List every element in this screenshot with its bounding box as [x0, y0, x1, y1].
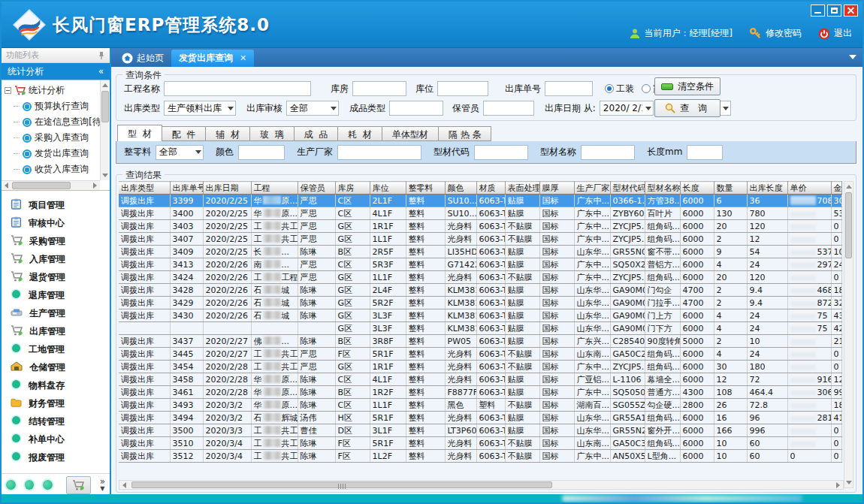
collapsed-module-icon[interactable]	[6, 480, 16, 490]
minimize-button[interactable]	[811, 5, 825, 17]
table-row[interactable]: 调拨出库34932020/3/2华原...陈琳C区1L1F整料黑色塑料不贴膜国标…	[119, 399, 841, 412]
tree-item[interactable]: 收货入库查询	[5, 161, 100, 177]
table-row[interactable]: 调拨出库34242020/2/26工工程严思G区1L1F整料光身料6063-T5…	[119, 271, 841, 284]
material-tab[interactable]: 单体型材	[382, 126, 439, 141]
table-horizontal-scrollbar[interactable]	[119, 480, 844, 490]
statistics-module-button[interactable]	[66, 476, 91, 494]
whole-part-select[interactable]: 全部	[156, 145, 204, 160]
column-header[interactable]: 库房	[335, 182, 370, 195]
column-header[interactable]: 生产厂家	[574, 182, 610, 195]
project-name-input[interactable]	[164, 81, 311, 96]
table-row[interactable]: 调拨出库34072020/2/25工共工程严思G区1L1F整料光身料6063-T…	[119, 233, 841, 246]
scroll-left-icon[interactable]	[5, 183, 8, 189]
close-button[interactable]	[844, 5, 858, 17]
table-scroll-thumb-h[interactable]	[131, 481, 552, 488]
change-password-button[interactable]: 修改密码	[749, 27, 802, 40]
column-header[interactable]: 颜色	[445, 182, 476, 195]
material-tab[interactable]: 成 品	[295, 126, 339, 141]
column-header[interactable]: 膜厚	[539, 182, 574, 195]
table-row[interactable]: 调拨出库34032020/2/25工共工程严思G区1R1F整料光身料6063-T…	[119, 220, 841, 233]
sidebar-item-物料盘存[interactable]: 物料盘存	[2, 376, 110, 394]
tree-item[interactable]: 预算执行查询	[5, 98, 100, 114]
product-type-input[interactable]	[389, 101, 443, 116]
table-row[interactable]: 调拨出库34452020/2/27工共工程严思F区5R1F整料光身料6063-T…	[119, 348, 841, 361]
tree-vertical-scrollbar[interactable]	[100, 80, 110, 180]
column-header[interactable]: 出库类型	[119, 182, 170, 195]
tree-item[interactable]: 采购入库查询	[5, 130, 100, 146]
table-row[interactable]: 调拨出库34292020/2/26石城陈琳G区5R2F整料KLM38176063…	[119, 297, 841, 309]
sidebar-item-采购管理[interactable]: 采购管理	[2, 232, 110, 250]
column-header[interactable]: 单价	[787, 182, 831, 195]
scroll-left-icon[interactable]	[122, 482, 126, 488]
table-row[interactable]: 调拨出库34132020/2/26南...严思C区5R3F整料G71422606…	[119, 258, 841, 271]
profile-code-input[interactable]	[474, 145, 528, 160]
table-row[interactable]: 调拨出库33992020/2/25华原...严思C区2L1F整料SU10...6…	[119, 195, 841, 207]
table-row[interactable]: 调拨出库34302020/2/26石城陈琳G区3L3F整料KLM38176063…	[119, 309, 841, 322]
column-header[interactable]: 整零料	[406, 182, 445, 195]
audit-select[interactable]: 全部	[286, 101, 339, 116]
more-buttons-chevron[interactable]: »▼	[100, 478, 105, 492]
sidebar-item-审核中心[interactable]: 审核中心	[2, 214, 110, 232]
material-tab[interactable]: 型 材	[117, 125, 162, 141]
length-input[interactable]	[687, 145, 723, 160]
tab-close-icon[interactable]: ✕	[240, 53, 246, 63]
tree-item[interactable]: 发货出库查询	[5, 146, 100, 161]
material-tab[interactable]: 隔 热 条	[439, 126, 492, 141]
material-tab[interactable]: 配 件	[162, 126, 207, 141]
sidebar-item-入库管理[interactable]: 入库管理	[2, 250, 110, 268]
column-header[interactable]: 材质	[476, 182, 505, 195]
sidebar-item-退库管理[interactable]: 退库管理	[2, 286, 110, 304]
table-row[interactable]: 调拨出库34282020/2/26石城陈琳G区2L4F整料KLM38176063…	[119, 284, 841, 297]
tree-scroll-thumb[interactable]	[101, 91, 109, 122]
material-tab[interactable]: 玻 璃	[250, 126, 295, 141]
tab-home[interactable]: 起始页	[114, 50, 171, 67]
sidebar-item-仓储管理[interactable]: 仓储管理	[2, 358, 110, 376]
tree-expander-icon[interactable]	[5, 87, 11, 94]
sidebar-item-项目管理[interactable]: 项目管理	[2, 196, 110, 214]
column-header[interactable]: 表面处理	[505, 182, 539, 195]
table-row[interactable]: 调拨出库34372020/2/27佛...陈琳B区3R8F整料PW056063-…	[119, 335, 841, 348]
scroll-right-icon[interactable]	[93, 183, 97, 189]
table-row[interactable]: 调拨出库34582020/2/28华原...陈琳C区4L1F整料光身料6063-…	[119, 373, 841, 386]
table-row[interactable]: 调拨出库34942020/3/2石辉城汤伟H区5R1F整料光身料6063-T5贴…	[119, 412, 841, 424]
scroll-right-icon[interactable]	[836, 482, 840, 488]
profile-name-input[interactable]	[581, 145, 635, 160]
color-input[interactable]	[238, 145, 285, 160]
column-header[interactable]: 库位	[370, 182, 406, 195]
scroll-down-icon[interactable]	[102, 174, 108, 177]
table-row[interactable]: 调拨出库34542020/2/28工共工程严思G区1R1F整料光身料6063-T…	[119, 361, 841, 373]
date-from-select[interactable]: 2020/ 2/16	[600, 101, 654, 116]
table-row[interactable]: 调拨出库34612020/2/28华原...陈琳B区1R2F整料F8877FT6…	[119, 386, 841, 399]
radio-industrial[interactable]: 工装	[605, 83, 634, 95]
table-row[interactable]: 调拨出库35102020/3/4工共工程陈琳F区5R1F整料光身料6063-T5…	[119, 437, 841, 450]
table-row[interactable]: 调拨出库34002020/2/25华原...严思C区4L1F整料SU10...6…	[119, 207, 841, 220]
slot-input[interactable]	[437, 81, 488, 96]
warehouse-input[interactable]	[352, 81, 406, 96]
collapsed-module-icon[interactable]	[25, 480, 35, 490]
tree-root-statistics[interactable]: 统计分析	[5, 83, 100, 98]
collapsed-module-icon[interactable]	[43, 480, 53, 490]
tab-list-dropdown-icon[interactable]	[849, 55, 856, 59]
sidebar-item-工地管理[interactable]: 工地管理	[2, 340, 110, 358]
table-vertical-scrollbar[interactable]	[844, 181, 853, 488]
column-header[interactable]: 金	[831, 182, 841, 195]
sidebar-item-生产管理[interactable]: 生产管理	[2, 304, 110, 322]
tree-item[interactable]: 在途信息查询[待	[5, 114, 100, 130]
tab-outbound-query[interactable]: 发货出库查询 ✕	[171, 50, 254, 67]
search-button[interactable]: 查 询	[654, 99, 721, 117]
sidebar-item-结转管理[interactable]: 结转管理	[2, 412, 110, 430]
scroll-up-icon[interactable]	[102, 83, 108, 87]
sidebar-item-财务管理[interactable]: 财务管理	[2, 394, 110, 412]
clear-conditions-button[interactable]: 清空条件	[654, 77, 721, 95]
maker-input[interactable]	[337, 145, 421, 160]
logout-button[interactable]: 退出	[818, 27, 852, 40]
scroll-down-icon[interactable]	[846, 481, 852, 484]
sidebar-item-报废管理[interactable]: 报废管理	[2, 448, 110, 466]
column-header[interactable]: 保管员	[298, 182, 335, 195]
table-row[interactable]: 调拨出库34092020/2/25长...陈琳B区2R5F整料LI35HD606…	[119, 246, 841, 258]
keeper-input[interactable]	[483, 101, 534, 116]
table-row[interactable]: 调拨出库35002020/3/3工共工程曹佳D区3L1F整料LT3P606063…	[119, 424, 841, 437]
tree-scroll-thumb-h[interactable]	[12, 182, 71, 189]
maximize-button[interactable]	[827, 5, 841, 17]
sidebar-item-补单中心[interactable]: 补单中心	[2, 430, 110, 448]
